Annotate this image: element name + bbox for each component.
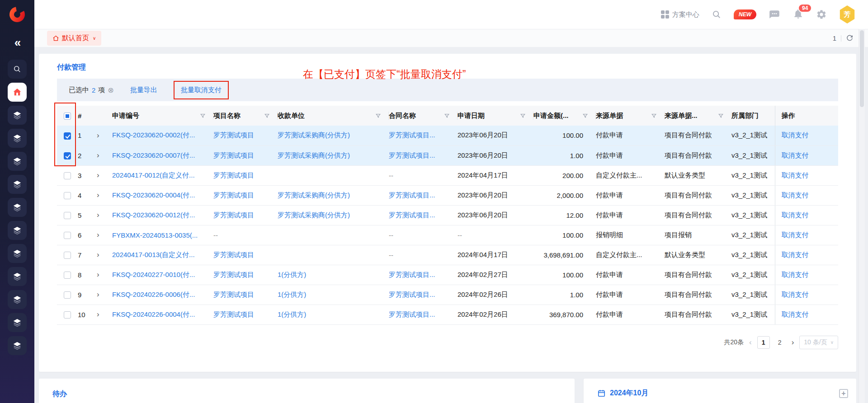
project-name-link[interactable]: 罗芳测试项目 [213, 291, 254, 298]
col-header-code[interactable]: 申请编号 [112, 106, 213, 126]
project-name-link[interactable]: 罗芳测试项目 [213, 251, 254, 258]
contract-name-link[interactable]: 罗芳测试项目... [389, 211, 435, 219]
cancel-payment-link[interactable]: 取消支付 [782, 310, 809, 318]
cancel-payment-link[interactable]: 取消支付 [782, 231, 809, 239]
clear-selection-icon[interactable]: ⊗ [108, 86, 113, 94]
cancel-payment-link[interactable]: 取消支付 [782, 291, 809, 298]
payee-link[interactable]: 1(分供方) [278, 291, 306, 298]
batch-cancel-payment-button[interactable]: 批量取消支付 [181, 86, 222, 94]
row-checkbox[interactable] [64, 252, 71, 259]
message-icon[interactable] [769, 9, 780, 20]
col-header-contract[interactable]: 合同名称 [389, 106, 458, 126]
filter-funnel-icon[interactable] [375, 113, 381, 119]
filter-funnel-icon[interactable] [444, 113, 450, 119]
col-header-payee[interactable]: 收款单位 [278, 106, 389, 126]
avatar[interactable]: 芳 [839, 5, 855, 23]
col-header-stype[interactable]: 来源单据... [665, 106, 731, 126]
cancel-payment-link[interactable]: 取消支付 [782, 251, 809, 258]
sidebar-search-icon[interactable] [8, 60, 27, 79]
scrollbar-thumb[interactable] [860, 30, 864, 107]
row-checkbox[interactable] [64, 311, 71, 319]
cancel-payment-link[interactable]: 取消支付 [782, 271, 809, 278]
filter-funnel-icon[interactable] [718, 113, 724, 119]
expand-row-icon[interactable]: › [97, 211, 99, 219]
gear-icon[interactable] [816, 9, 827, 20]
payee-link[interactable]: 1(分供方) [278, 310, 306, 318]
project-name-link[interactable]: 罗芳测试项目 [213, 171, 254, 179]
contract-name-link[interactable]: 罗芳测试项目... [389, 310, 435, 318]
col-header-amt[interactable]: 申请金额(... [533, 106, 596, 126]
project-name-link[interactable]: 罗芳测试项目 [213, 211, 254, 219]
layers-icon[interactable] [8, 129, 27, 148]
payee-link[interactable]: 1(分供方) [278, 271, 306, 278]
expand-row-icon[interactable]: › [97, 270, 99, 279]
page-scrollbar[interactable] [859, 29, 865, 403]
contract-name-link[interactable]: 罗芳测试项目... [389, 291, 435, 298]
project-name-link[interactable]: 罗芳测试项目 [213, 131, 254, 139]
layers-icon[interactable] [8, 152, 27, 171]
layers-icon[interactable] [8, 336, 27, 355]
filter-funnel-icon[interactable] [651, 113, 657, 119]
filter-funnel-icon[interactable] [200, 113, 206, 119]
page-number-2[interactable]: 2 [774, 336, 786, 349]
row-checkbox[interactable] [64, 291, 71, 299]
cancel-payment-link[interactable]: 取消支付 [782, 151, 809, 159]
next-page-button[interactable]: › [792, 338, 794, 347]
request-code-link[interactable]: 20240417-0013(自定义付... [112, 251, 195, 258]
expand-row-icon[interactable]: › [97, 191, 99, 199]
request-code-link[interactable]: FKSQ-20240227-0010(付... [112, 271, 195, 278]
payee-link[interactable]: 罗芳测试采购商(分供方) [278, 191, 350, 199]
scheme-center-button[interactable]: 方案中心 [661, 10, 699, 19]
prev-page-button[interactable]: ‹ [749, 338, 752, 347]
row-checkbox[interactable] [64, 212, 71, 219]
filter-funnel-icon[interactable] [264, 113, 270, 119]
app-logo-icon[interactable] [9, 6, 26, 25]
contract-name-link[interactable]: 罗芳测试项目... [389, 151, 435, 159]
row-checkbox[interactable] [64, 232, 71, 239]
layers-icon[interactable] [8, 313, 27, 332]
layers-icon[interactable] [8, 175, 27, 194]
request-code-link[interactable]: FYBXMX-20240513-0035(... [112, 231, 198, 239]
request-code-link[interactable]: FKSQ-20230620-0007(付... [112, 151, 195, 159]
sidebar-item-home[interactable] [8, 83, 27, 102]
row-checkbox[interactable] [64, 192, 71, 199]
payee-link[interactable]: 罗芳测试采购商(分供方) [278, 211, 350, 219]
cancel-payment-link[interactable]: 取消支付 [782, 191, 809, 199]
request-code-link[interactable]: FKSQ-20230620-0002(付... [112, 131, 195, 139]
contract-name-link[interactable]: 罗芳测试项目... [389, 131, 435, 139]
expand-row-icon[interactable]: › [97, 171, 99, 179]
layers-icon[interactable] [8, 221, 27, 240]
layers-icon[interactable] [8, 290, 27, 309]
expand-row-icon[interactable]: › [97, 230, 99, 239]
add-icon[interactable]: + [839, 389, 848, 398]
notifications-bell-icon[interactable]: 94 [793, 8, 804, 21]
row-checkbox[interactable] [64, 132, 71, 140]
contract-name-link[interactable]: 罗芳测试项目... [389, 191, 435, 199]
row-checkbox[interactable] [64, 172, 71, 179]
expand-row-icon[interactable]: › [97, 250, 99, 259]
project-name-link[interactable]: 罗芳测试项目 [213, 310, 254, 318]
request-code-link[interactable]: FKSQ-20240226-0006(付... [112, 291, 195, 298]
request-code-link[interactable]: FKSQ-20230620-0012(付... [112, 211, 195, 219]
cancel-payment-link[interactable]: 取消支付 [782, 131, 809, 139]
new-badge[interactable]: NEW [734, 9, 756, 19]
payee-link[interactable]: 罗芳测试采购商(分供方) [278, 151, 350, 159]
request-code-link[interactable]: FKSQ-20230620-0004(付... [112, 191, 195, 199]
payee-link[interactable]: 罗芳测试采购商(分供方) [278, 131, 350, 139]
expand-row-icon[interactable]: › [97, 290, 99, 299]
project-name-link[interactable]: 罗芳测试项目 [213, 191, 254, 199]
search-icon[interactable] [712, 9, 722, 19]
cancel-payment-link[interactable]: 取消支付 [782, 171, 809, 179]
layers-icon[interactable] [8, 198, 27, 217]
cancel-payment-link[interactable]: 取消支付 [782, 211, 809, 219]
project-name-link[interactable]: 罗芳测试项目 [213, 271, 254, 278]
request-code-link[interactable]: 20240417-0012(自定义付... [112, 171, 195, 179]
refresh-icon[interactable] [846, 34, 854, 42]
page-number-1[interactable]: 1 [757, 336, 770, 349]
col-header-src[interactable]: 来源单据 [596, 106, 665, 126]
filter-funnel-icon[interactable] [582, 113, 588, 119]
expand-row-icon[interactable]: › [97, 131, 99, 140]
collapse-sidebar-icon[interactable]: « [14, 36, 20, 50]
request-code-link[interactable]: FKSQ-20240226-0004(付... [112, 310, 195, 318]
expand-row-icon[interactable]: › [97, 151, 99, 159]
